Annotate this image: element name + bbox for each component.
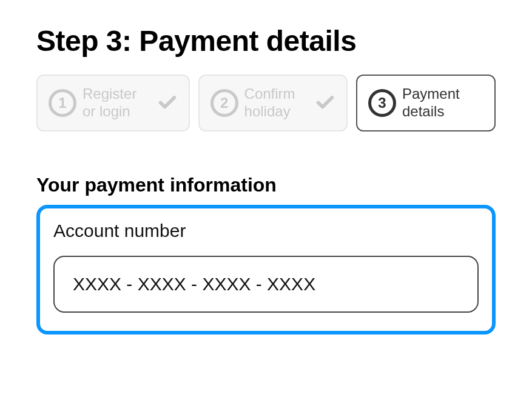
highlighted-field-frame: Account number: [36, 205, 496, 334]
check-icon: [315, 92, 335, 115]
account-number-input[interactable]: [53, 256, 479, 313]
page-title: Step 3: Payment details: [36, 24, 496, 58]
step-3-payment-details: 3 Payment details: [356, 75, 496, 131]
step-label: Register or login: [82, 85, 151, 121]
check-icon: [157, 92, 178, 115]
step-number-badge: 1: [49, 89, 76, 117]
progress-steps: 1 Register or login 2 Confirm holiday 3 …: [36, 75, 496, 131]
account-number-label: Account number: [53, 221, 479, 241]
step-number-badge: 3: [368, 89, 396, 117]
step-number-badge: 2: [210, 89, 238, 117]
step-1-register-or-login: 1 Register or login: [36, 75, 190, 131]
section-heading-payment-info: Your payment information: [36, 174, 496, 196]
step-label: Confirm holiday: [244, 85, 309, 121]
step-label: Payment details: [402, 85, 483, 121]
step-2-confirm-holiday: 2 Confirm holiday: [198, 75, 348, 131]
